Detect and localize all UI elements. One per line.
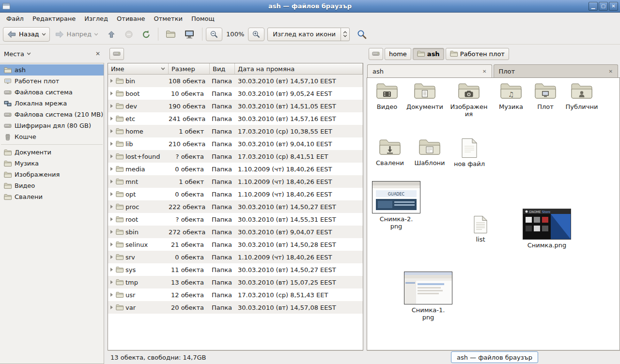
maximize-button[interactable]: ▢ — [599, 2, 608, 11]
computer-button[interactable] — [180, 27, 199, 42]
file-row-lib[interactable]: lib210 обектаПапка30.03.2010 (вт) 9,04,1… — [108, 137, 363, 150]
file-icon-snimka-png[interactable]: GNOMEStoreСнимка.png — [521, 209, 573, 249]
expander-icon[interactable] — [110, 305, 113, 309]
sidebar-item-ash[interactable]: ash — [0, 64, 104, 76]
file-row-srv[interactable]: srv0 обектаПапка1.10.2009 (чт) 18,40,26 … — [108, 251, 363, 263]
file-icon-snimka-1-png[interactable]: Снимка-1. png — [403, 272, 453, 321]
home-button[interactable] — [162, 28, 179, 41]
column-header-name[interactable]: Име — [108, 63, 169, 75]
expander-icon[interactable] — [110, 243, 113, 246]
expander-icon[interactable] — [110, 280, 113, 284]
expander-icon[interactable] — [110, 255, 113, 259]
sidebar-item-pictures[interactable]: Изображения — [0, 169, 104, 180]
file-row-usr[interactable]: usr12 обектаПапка17.03.2010 (ср) 8,51,43… — [108, 288, 363, 301]
file-row-bin[interactable]: bin108 обектаПапка30.03.2010 (вт) 14,57,… — [108, 75, 363, 87]
file-icon-pictures[interactable]: Изображен ия — [450, 82, 488, 118]
column-header-type[interactable]: Вид — [210, 63, 235, 75]
breadcrumb-filesystem-root[interactable] — [369, 48, 383, 60]
file-icon-list[interactable]: list — [467, 215, 494, 243]
expander-icon[interactable] — [110, 192, 113, 196]
menu-edit[interactable]: Редактиране — [28, 13, 80, 24]
file-row-sbin[interactable]: sbin272 обектаПапка30.03.2010 (вт) 9,04,… — [108, 226, 363, 238]
close-icon[interactable]: ✕ — [480, 69, 486, 74]
pane-splitter[interactable] — [363, 45, 367, 364]
file-icon-desktop[interactable]: Плот — [531, 82, 560, 110]
expander-icon[interactable] — [110, 154, 113, 158]
close-button[interactable]: ✕ — [609, 2, 618, 11]
menu-help[interactable]: Помощ — [187, 13, 219, 24]
sidebar-item-filesystem-210mb[interactable]: Файлова система (210 MB) — [0, 109, 104, 120]
tab-ash[interactable]: ash✕ — [367, 64, 492, 77]
file-row-boot[interactable]: boot10 обектаПапка30.03.2010 (вт) 9,05,2… — [108, 87, 363, 100]
menu-go[interactable]: Отиване — [112, 13, 149, 24]
sidebar-item-documents[interactable]: Документи — [0, 147, 104, 158]
sidebar-item-downloads[interactable]: Свалени — [0, 191, 104, 202]
file-icon-documents[interactable]: Документи — [405, 82, 445, 110]
back-button[interactable]: Назад — [3, 27, 50, 42]
file-row-lost+found[interactable]: lost+found? обектаПапка17.03.2010 (ср) 8… — [108, 150, 363, 163]
file-row-home[interactable]: home1 обектПапка17.03.2010 (ср) 10,38,55… — [108, 125, 363, 137]
menu-file[interactable]: Файл — [2, 13, 28, 24]
expander-icon[interactable] — [110, 167, 113, 171]
file-row-var[interactable]: var20 обектаПапка30.03.2010 (вт) 14,57,0… — [108, 301, 363, 314]
file-row-root[interactable]: root? обектаПапка30.03.2010 (вт) 14,55,3… — [108, 213, 363, 226]
sidebar-item-music[interactable]: Музика — [0, 158, 104, 169]
expander-icon[interactable] — [110, 142, 113, 146]
file-row-mnt[interactable]: mnt1 обектПапка1.10.2009 (чт) 18,40,26 E… — [108, 175, 363, 188]
pane-splitter[interactable] — [104, 45, 108, 364]
expander-icon[interactable] — [110, 217, 113, 221]
sidebar-item-local-network[interactable]: Локална мрежа — [0, 98, 104, 109]
file-icon-music[interactable]: ♫Музика — [494, 82, 528, 110]
file-row-tmp[interactable]: tmp13 обектаПапка30.03.2010 (вт) 15,07,2… — [108, 276, 363, 288]
sidebar-item-filesystem[interactable]: Файлова система — [0, 87, 104, 98]
minimize-button[interactable]: ▁ — [589, 2, 598, 11]
column-header-date[interactable]: Дата на промяна — [235, 63, 363, 75]
file-row-proc[interactable]: proc222 обектаПапка30.03.2010 (вт) 14,50… — [108, 200, 363, 213]
expander-icon[interactable] — [110, 268, 113, 272]
menu-bookmarks[interactable]: Отметки — [149, 13, 186, 24]
file-row-opt[interactable]: opt0 обектаПапка1.10.2009 (чт) 18,40,26 … — [108, 188, 363, 200]
reload-button[interactable] — [138, 28, 155, 41]
menu-view[interactable]: Изглед — [80, 13, 112, 24]
sidebar-item-desktop[interactable]: Работен плот — [0, 76, 104, 87]
zoom-out-button[interactable] — [206, 28, 222, 41]
file-icon-templates[interactable]: Шаблони — [411, 138, 449, 167]
file-icon-public[interactable]: Публични — [563, 82, 601, 110]
expander-icon[interactable] — [110, 91, 113, 95]
expander-icon[interactable] — [110, 104, 113, 108]
sidebar-item-encrypted-80gb[interactable]: Шифриран дял (80 GB) — [0, 120, 104, 131]
breadcrumb-ash[interactable]: ash — [413, 48, 444, 60]
expander-icon[interactable] — [110, 230, 113, 234]
file-row-media[interactable]: media0 обектаПапка1.10.2009 (чт) 18,40,2… — [108, 163, 363, 175]
sidebar-item-trash[interactable]: Кошче — [0, 131, 104, 142]
expander-icon[interactable] — [110, 79, 113, 83]
column-header-size[interactable]: Размер — [169, 63, 210, 75]
file-icon-snimka-2-png[interactable]: GUADECСнимка-2. png — [371, 181, 421, 230]
breadcrumb-desktop[interactable]: Работен плот — [446, 48, 509, 60]
file-row-dev[interactable]: dev190 обектаПапка30.03.2010 (вт) 14,51,… — [108, 100, 363, 112]
view-mode-select[interactable]: Изглед като икони — [267, 28, 350, 41]
file-icon-video[interactable]: Видео — [371, 82, 403, 110]
forward-button[interactable]: Напред — [51, 27, 102, 42]
file-row-selinux[interactable]: selinux21 обектаПапка30.03.2010 (вт) 14,… — [108, 238, 363, 251]
expander-icon[interactable] — [110, 117, 113, 121]
expander-icon[interactable] — [110, 205, 113, 209]
chevron-down-icon[interactable] — [27, 52, 31, 55]
close-icon[interactable]: ✕ — [606, 69, 613, 74]
expander-icon[interactable] — [110, 129, 113, 133]
sidebar-item-video[interactable]: Видео — [0, 180, 104, 191]
stop-button[interactable] — [121, 28, 137, 41]
file-row-etc[interactable]: etc241 обектаПапка30.03.2010 (вт) 14,57,… — [108, 112, 363, 125]
up-button[interactable] — [103, 28, 120, 41]
file-row-sys[interactable]: sys11 обектаПапка30.03.2010 (вт) 14,50,2… — [108, 263, 363, 276]
file-icon-downloads[interactable]: Свалени — [372, 138, 408, 167]
breadcrumb-filesystem-root[interactable] — [109, 48, 124, 60]
zoom-in-button[interactable] — [248, 28, 264, 41]
expander-icon[interactable] — [110, 180, 113, 183]
file-icon-new-file[interactable]: нов файл — [452, 138, 486, 167]
tab-plot[interactable]: Плот✕ — [494, 64, 619, 77]
expander-icon[interactable] — [110, 293, 113, 297]
breadcrumb-home[interactable]: home — [385, 48, 411, 60]
search-button[interactable] — [353, 27, 371, 42]
sidebar-close-icon[interactable]: ✕ — [95, 50, 100, 57]
